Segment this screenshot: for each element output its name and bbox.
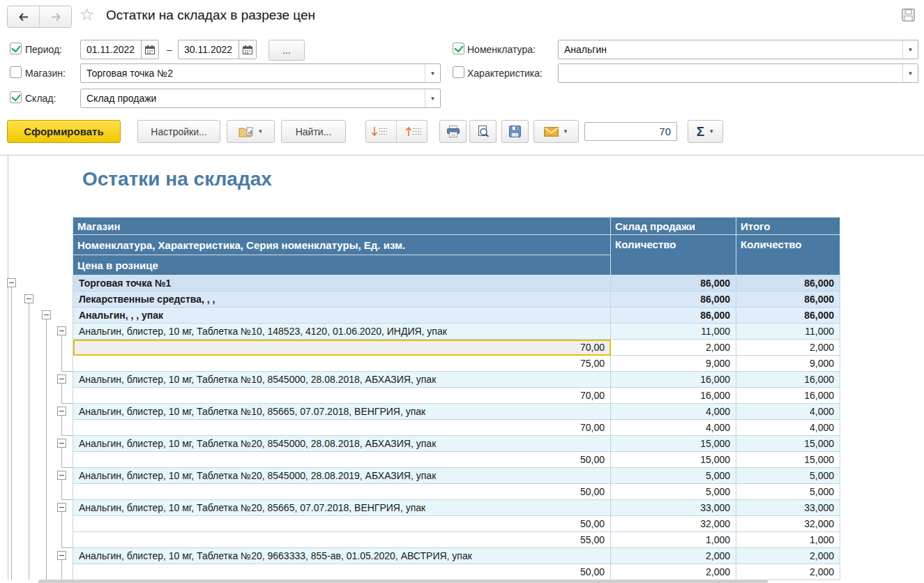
expand-groups-button[interactable] — [366, 121, 392, 142]
total-cell[interactable]: 11,000 — [736, 324, 840, 340]
qty-cell[interactable]: 86,000 — [611, 308, 736, 324]
period-from-field[interactable]: 01.11.2022 — [80, 40, 159, 59]
total-cell[interactable]: 33,000 — [736, 500, 840, 516]
total-cell[interactable]: 5,000 — [736, 484, 840, 500]
qty-cell[interactable]: 16,000 — [611, 372, 736, 388]
sigma-button[interactable]: Σ ▼ — [688, 120, 723, 143]
total-cell[interactable]: 2,000 — [736, 340, 840, 356]
name-cell[interactable]: Анальгин, блистер, 10 мг, Таблетка №20, … — [73, 436, 611, 452]
qty-cell[interactable]: 15,000 — [611, 436, 736, 452]
qty-cell[interactable]: 1,000 — [611, 532, 736, 548]
qty-cell[interactable]: 5,000 — [611, 484, 736, 500]
scrollbar-thumb[interactable] — [38, 580, 768, 583]
total-cell[interactable]: 9,000 — [736, 356, 840, 372]
print-button[interactable] — [439, 120, 467, 143]
nomenclature-checkbox[interactable] — [453, 43, 464, 54]
name-cell[interactable]: Анальгин, блистер, 10 мг, Таблетка №20, … — [73, 468, 611, 484]
email-button[interactable]: ▼ — [533, 120, 579, 143]
preview-button[interactable] — [469, 120, 497, 143]
name-cell[interactable]: 50,00 — [73, 516, 611, 532]
store-checkbox[interactable] — [10, 66, 22, 78]
name-cell[interactable]: Анальгин, блистер, 10 мг, Таблетка №20, … — [73, 548, 611, 564]
total-cell[interactable]: 2,000 — [736, 564, 840, 580]
find-button[interactable]: Найти... — [281, 120, 346, 143]
table-row[interactable]: 55,00 1,000 1,000 — [73, 532, 840, 548]
report-variants-button[interactable]: ▼ — [227, 120, 275, 143]
name-cell[interactable]: Торговая точка №1 — [73, 275, 611, 292]
name-cell[interactable]: 50,00 — [73, 564, 611, 580]
name-cell[interactable]: 70,00 — [73, 420, 611, 436]
name-cell[interactable]: Анальгин, блистер, 10 мг, Таблетка №10, … — [73, 372, 611, 388]
name-cell[interactable]: 75,00 — [73, 356, 611, 372]
name-cell[interactable]: Лекарственные средства, , , — [73, 292, 611, 308]
total-cell[interactable]: 15,000 — [736, 452, 840, 468]
forward-button[interactable] — [40, 6, 71, 27]
table-row[interactable]: Анальгин, блистер, 10 мг, Таблетка №10, … — [73, 324, 840, 340]
total-cell[interactable]: 86,000 — [736, 308, 840, 324]
qty-cell[interactable]: 9,000 — [611, 356, 736, 372]
qty-cell[interactable]: 2,000 — [611, 340, 736, 356]
characteristic-combo[interactable]: ▼ — [558, 63, 918, 83]
total-cell[interactable]: 2,000 — [736, 548, 840, 564]
table-row[interactable]: Анальгин, , , упак 86,000 86,000 — [73, 308, 840, 324]
name-cell[interactable]: 50,00 — [73, 484, 611, 500]
table-row[interactable]: 70,00 16,000 16,000 — [73, 388, 840, 404]
characteristic-checkbox[interactable] — [453, 66, 464, 78]
table-row[interactable]: 50,00 5,000 5,000 — [73, 484, 840, 500]
total-cell[interactable]: 86,000 — [736, 275, 840, 292]
name-cell[interactable]: Анальгин, блистер, 10 мг, Таблетка №10, … — [73, 404, 611, 420]
table-row[interactable]: 75,00 9,000 9,000 — [73, 356, 840, 372]
table-row[interactable]: Анальгин, блистер, 10 мг, Таблетка №20, … — [73, 468, 840, 484]
total-cell[interactable]: 16,000 — [736, 372, 840, 388]
total-cell[interactable]: 4,000 — [736, 420, 840, 436]
calendar-icon[interactable] — [141, 40, 158, 59]
qty-cell[interactable]: 16,000 — [611, 388, 736, 404]
collapse-group-button[interactable] — [57, 551, 66, 560]
collapse-group-button[interactable] — [57, 471, 66, 480]
table-row[interactable]: Анальгин, блистер, 10 мг, Таблетка №20, … — [73, 436, 840, 452]
collapse-group-button[interactable] — [24, 294, 33, 303]
dropdown-arrow-icon[interactable]: ▼ — [425, 64, 440, 82]
favorite-star-icon[interactable]: ☆ — [79, 5, 95, 24]
qty-cell[interactable]: 4,000 — [611, 404, 736, 420]
collapse-group-button[interactable] — [42, 310, 51, 319]
qty-cell[interactable]: 2,000 — [611, 548, 736, 564]
back-button[interactable] — [8, 6, 39, 27]
table-row[interactable]: 70,00 4,000 4,000 — [73, 420, 840, 436]
total-cell[interactable]: 15,000 — [736, 436, 840, 452]
collapse-group-button[interactable] — [57, 326, 66, 335]
qty-cell[interactable]: 33,000 — [611, 500, 736, 516]
table-row[interactable]: 50,00 32,000 32,000 — [73, 516, 840, 532]
name-cell[interactable]: 55,00 — [73, 532, 611, 548]
collapse-group-button[interactable] — [7, 278, 16, 287]
qty-cell[interactable]: 2,000 — [611, 564, 736, 580]
qty-cell[interactable]: 11,000 — [611, 324, 736, 340]
qty-cell[interactable]: 86,000 — [611, 292, 736, 308]
window-save-icon[interactable] — [902, 8, 915, 24]
name-cell[interactable]: Анальгин, , , упак — [73, 308, 611, 324]
dropdown-arrow-icon[interactable]: ▼ — [902, 64, 918, 82]
toolbar-number-field[interactable] — [584, 122, 677, 141]
name-cell[interactable]: 70,00 — [73, 340, 611, 356]
qty-cell[interactable]: 4,000 — [611, 420, 736, 436]
period-to-field[interactable]: 30.11.2022 — [178, 40, 257, 59]
settings-button[interactable]: Настройки... — [137, 120, 220, 143]
total-cell[interactable]: 5,000 — [736, 468, 840, 484]
name-cell[interactable]: 70,00 — [73, 388, 611, 404]
dropdown-arrow-icon[interactable]: ▼ — [425, 89, 440, 107]
collapse-group-button[interactable] — [57, 374, 66, 384]
total-cell[interactable]: 86,000 — [736, 292, 840, 308]
collapse-group-button[interactable] — [57, 407, 66, 416]
calendar-icon[interactable] — [238, 40, 256, 59]
collapse-groups-button[interactable] — [401, 121, 427, 142]
table-row[interactable]: Анальгин, блистер, 10 мг, Таблетка №10, … — [73, 372, 840, 388]
total-cell[interactable]: 16,000 — [736, 388, 840, 404]
warehouse-combo[interactable]: Склад продажи ▼ — [80, 89, 441, 108]
total-cell[interactable]: 32,000 — [736, 516, 840, 532]
period-more-button[interactable]: ... — [268, 40, 305, 61]
total-cell[interactable]: 4,000 — [736, 404, 840, 420]
qty-cell[interactable]: 32,000 — [611, 516, 736, 532]
collapse-group-button[interactable] — [57, 503, 66, 512]
table-row[interactable]: Торговая точка №1 86,000 86,000 — [73, 275, 840, 292]
save-button[interactable] — [501, 120, 529, 143]
